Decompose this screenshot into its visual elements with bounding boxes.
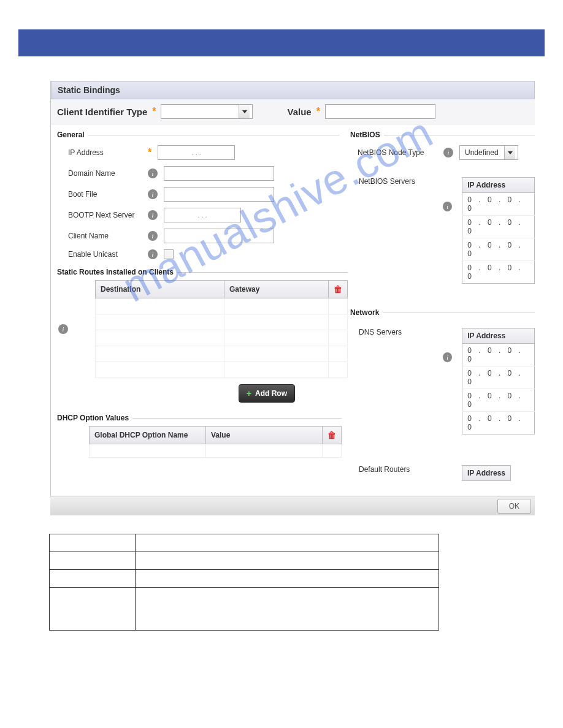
dns-servers-table: IP Address 0 . 0 . 0 . 0 0 . 0 . 0 . 0 0… bbox=[462, 328, 535, 434]
required-asterisk: * bbox=[316, 106, 320, 117]
netbios-node-type-label: NetBIOS Node Type bbox=[358, 148, 443, 157]
required-asterisk: * bbox=[152, 106, 156, 117]
plus-icon: + bbox=[247, 389, 251, 398]
info-icon[interactable]: i bbox=[443, 148, 453, 157]
trash-icon[interactable]: 🗑 bbox=[329, 281, 348, 298]
table-row[interactable] bbox=[96, 298, 348, 314]
table-row[interactable] bbox=[96, 346, 348, 362]
table-row bbox=[50, 552, 439, 570]
table-row[interactable] bbox=[96, 330, 348, 346]
table-row[interactable]: 0 . 0 . 0 . 0 bbox=[462, 216, 535, 238]
trash-icon[interactable]: 🗑 bbox=[323, 427, 342, 444]
dhcp-options-fieldset: DHCP Option Values Global DHCP Option Na… bbox=[57, 414, 342, 458]
chevron-down-icon bbox=[239, 105, 250, 118]
routes-col-destination[interactable]: Destination bbox=[96, 281, 224, 298]
value-input[interactable] bbox=[325, 104, 435, 119]
ip-address-label: IP Address bbox=[68, 148, 148, 157]
table-row[interactable]: 0 . 0 . 0 . 0 bbox=[462, 238, 535, 261]
netbios-servers-label: NetBIOS Servers bbox=[359, 177, 439, 186]
boot-file-label: Boot File bbox=[68, 190, 148, 199]
default-routers-table: IP Address bbox=[462, 465, 511, 481]
required-asterisk: * bbox=[148, 147, 151, 158]
table-row[interactable]: 0 . 0 . 0 . 0 bbox=[462, 412, 535, 434]
dhcp-col-name[interactable]: Global DHCP Option Name bbox=[90, 427, 206, 444]
footer-bar: OK bbox=[50, 496, 535, 515]
network-fieldset: Network DNS Servers i IP Address 0 . 0 .… bbox=[350, 308, 535, 481]
panel-title: Static Bindings bbox=[51, 81, 535, 99]
table-row[interactable]: 0 . 0 . 0 . 0 bbox=[462, 344, 535, 366]
dhcp-options-legend: DHCP Option Values bbox=[57, 414, 132, 422]
domain-name-label: Domain Name bbox=[68, 169, 148, 178]
network-legend: Network bbox=[350, 308, 383, 317]
client-id-type-label: Client Identifier Type bbox=[57, 107, 147, 117]
ip-address-header[interactable]: IP Address bbox=[462, 466, 511, 481]
table-row[interactable]: 0 . 0 . 0 . 0 bbox=[462, 389, 535, 412]
boot-file-input[interactable] bbox=[164, 187, 274, 202]
add-row-button[interactable]: + Add Row bbox=[239, 384, 295, 403]
info-icon[interactable]: i bbox=[148, 169, 158, 178]
dns-servers-label: DNS Servers bbox=[359, 328, 439, 336]
info-icon[interactable]: i bbox=[58, 324, 68, 334]
enable-unicast-label: Enable Unicast bbox=[68, 250, 148, 259]
netbios-servers-table: IP Address 0 . 0 . 0 . 0 0 . 0 . 0 . 0 0… bbox=[462, 177, 535, 284]
bootp-next-server-input[interactable]: . . . bbox=[164, 208, 241, 222]
value-label: Value bbox=[287, 107, 311, 117]
table-row[interactable] bbox=[90, 444, 342, 458]
ip-address-header[interactable]: IP Address bbox=[462, 328, 535, 344]
client-name-input[interactable] bbox=[164, 229, 274, 243]
static-routes-legend: Static Routes Installed on Clients bbox=[57, 268, 177, 276]
info-icon[interactable]: i bbox=[443, 352, 452, 362]
static-bindings-panel: manualshive.com Static Bindings Client I… bbox=[50, 81, 535, 496]
info-icon[interactable]: i bbox=[443, 202, 452, 211]
header-row: Client Identifier Type * Value * bbox=[51, 99, 535, 124]
info-icon[interactable]: i bbox=[148, 231, 158, 241]
default-routers-label: Default Routers bbox=[359, 465, 445, 474]
dhcp-options-table: Global DHCP Option Name Value 🗑 bbox=[89, 426, 342, 458]
info-icon[interactable]: i bbox=[148, 210, 158, 220]
top-blue-bar bbox=[18, 29, 545, 56]
table-row[interactable]: 0 . 0 . 0 . 0 bbox=[462, 261, 535, 284]
static-routes-table: Destination Gateway 🗑 bbox=[95, 280, 348, 378]
general-legend: General bbox=[57, 131, 88, 139]
domain-name-input[interactable] bbox=[164, 166, 274, 181]
client-name-label: Client Name bbox=[68, 232, 148, 240]
netbios-fieldset: NetBIOS NetBIOS Node Type i Undefined Ne… bbox=[350, 131, 535, 284]
parameter-table bbox=[49, 534, 439, 631]
netbios-node-type-value: Undefined bbox=[465, 148, 499, 157]
bootp-next-server-label: BOOTP Next Server bbox=[68, 211, 148, 219]
info-icon[interactable]: i bbox=[148, 189, 158, 199]
table-row bbox=[50, 534, 439, 552]
general-fieldset: General IP Address * . . . Domain Name i… bbox=[57, 131, 339, 259]
info-icon[interactable]: i bbox=[148, 249, 158, 259]
table-row[interactable] bbox=[96, 362, 348, 378]
chevron-down-icon bbox=[504, 146, 515, 159]
ip-address-header[interactable]: IP Address bbox=[462, 178, 535, 193]
netbios-node-type-dropdown[interactable]: Undefined bbox=[459, 145, 518, 160]
table-row bbox=[50, 570, 439, 588]
table-row[interactable]: 0 . 0 . 0 . 0 bbox=[462, 193, 535, 216]
table-row[interactable] bbox=[96, 314, 348, 330]
static-routes-fieldset: Static Routes Installed on Clients i Des… bbox=[57, 268, 348, 403]
enable-unicast-checkbox[interactable] bbox=[164, 249, 174, 259]
add-row-label: Add Row bbox=[255, 389, 287, 398]
ip-address-input[interactable]: . . . bbox=[158, 145, 235, 160]
netbios-legend: NetBIOS bbox=[350, 131, 384, 139]
dhcp-col-value[interactable]: Value bbox=[206, 427, 323, 444]
table-row[interactable]: 0 . 0 . 0 . 0 bbox=[462, 366, 535, 389]
routes-col-gateway[interactable]: Gateway bbox=[224, 281, 329, 298]
table-row bbox=[50, 588, 439, 631]
ok-button[interactable]: OK bbox=[497, 499, 531, 514]
client-id-type-dropdown[interactable] bbox=[161, 104, 253, 119]
